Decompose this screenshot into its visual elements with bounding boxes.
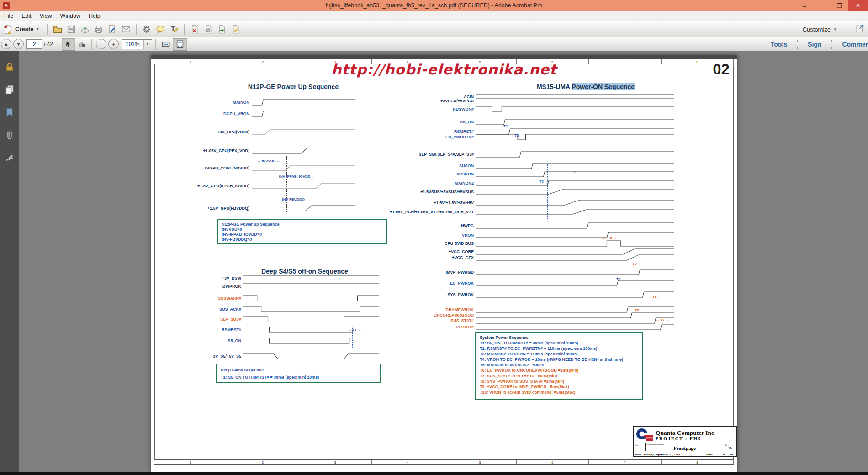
send-email-button[interactable] [119, 23, 133, 36]
signal-label: SLP_S5#,SLP_S4#,SLP_S3# [366, 152, 476, 157]
open-file-button[interactable] [51, 23, 64, 36]
note-line: T2: RSMRST# TO EC_PWRBTN# = 110ms (spec:… [480, 346, 639, 351]
panel-tab-comment[interactable]: Comment [832, 41, 868, 48]
signal-row: +1.5V_GPU(FBVDDQ) [158, 204, 355, 213]
signal-row: SLP_SUS# [175, 315, 379, 324]
date-value: Monday, September 27, 2010 [643, 453, 702, 456]
scrolling-mode-button[interactable] [159, 38, 173, 51]
window-title: fujitsu_lifebook_ah531_quanta_fh5_rev_1a… [0, 2, 868, 9]
signal-row: +1.05V_GPU(PEX_VDD) [158, 146, 355, 155]
project-value: FH5 [690, 436, 701, 441]
signal-label: PLTRST# [366, 325, 476, 329]
bookmarks-icon[interactable] [4, 107, 15, 120]
zoom-level-value: 101% [122, 41, 143, 48]
chevron-down-icon: ▼ [36, 27, 39, 31]
menu-item-window[interactable]: Window [56, 13, 85, 19]
menu-item-file[interactable]: File [0, 13, 17, 19]
edit-sign-button[interactable] [106, 23, 119, 36]
sticky-note-button[interactable] [153, 23, 167, 36]
zoom-level-select[interactable]: 101% ▼ [122, 39, 152, 49]
create-button[interactable]: Create ▼ [0, 23, 44, 36]
share-upload-button[interactable] [78, 23, 92, 36]
signatures-icon[interactable] [4, 153, 15, 165]
zoom-out-button[interactable]: − [96, 39, 106, 49]
ruler-number: 3 [299, 460, 372, 464]
next-page-button[interactable]: ▼ [13, 39, 24, 49]
signal-row: IMVP_PWRGD [366, 268, 674, 277]
page-thumbnails-icon[interactable] [4, 84, 15, 97]
schematic-ruler-bottom: 12345678 [154, 459, 734, 465]
signal-waveform [252, 109, 355, 118]
close-button[interactable]: ✕ [848, 0, 868, 11]
highlight-text-button[interactable] [167, 23, 181, 36]
signal-waveform [476, 132, 674, 142]
create-pdf-icon [3, 24, 13, 34]
signal-label: +3V_S5/+5V_S5 [175, 354, 243, 359]
timing-annotation: → T5 ← [535, 179, 548, 184]
signal-row: CPU SVID BUS [366, 239, 674, 248]
select-tool-button[interactable] [62, 38, 75, 51]
pdf-page-canvas[interactable]: 12345678 12345678 http://hobi-elektronik… [151, 55, 737, 472]
signal-label: NBSWON# [366, 107, 476, 111]
signal-waveform [243, 294, 379, 303]
panel-tab-tools[interactable]: Tools [761, 41, 797, 48]
signal-label: +3VPCU/+5VPCU [366, 99, 476, 103]
attachments-icon[interactable] [4, 130, 15, 142]
menu-bar: FileEditViewWindowHelp [0, 11, 868, 21]
timing-annotation: → T9 ← [628, 262, 641, 266]
menu-item-help[interactable]: Help [85, 13, 105, 19]
share-corner-icon[interactable] [854, 23, 865, 36]
project-label: PROJECT [656, 436, 683, 441]
doc-export-button[interactable] [215, 23, 229, 36]
minimize-button[interactable]: – [813, 2, 831, 9]
doc-restrict-button[interactable] [201, 23, 215, 36]
hand-tool-button[interactable] [75, 38, 88, 51]
previous-page-button[interactable]: ▲ [1, 39, 11, 49]
signal-label: +3V_GPU(VDD3) [158, 130, 252, 134]
signal-row: SLP_S5#,SLP_S4#,SLP_S3# [366, 150, 674, 159]
page-number-input[interactable] [26, 39, 42, 49]
menu-item-edit[interactable]: Edit [17, 13, 36, 19]
customize-button[interactable]: Customize [803, 26, 831, 33]
sheet-number-label: 02 [709, 61, 733, 78]
panel-tab-sign[interactable]: Sign [798, 41, 831, 48]
timing-annotation: → T7 ← [656, 318, 669, 322]
signal-waveform [476, 96, 674, 106]
restore-button[interactable]: ❐ [831, 2, 848, 9]
zoom-in-button[interactable]: ＋ [108, 39, 119, 49]
save-file-button[interactable] [64, 23, 78, 36]
signal-waveform [243, 282, 379, 291]
signal-label: +1.5V_GPU(FBVDDQ) [158, 206, 252, 211]
doc-delete-button[interactable] [188, 23, 201, 36]
signal-row: SUSWARN# [175, 294, 379, 303]
security-lock-icon[interactable] [4, 61, 15, 74]
document-number-label: Document Number [646, 443, 664, 446]
sheet-label: Sheet [706, 453, 713, 456]
signal-label: VRON [366, 233, 476, 238]
note-line: System Power Sequence [480, 335, 639, 340]
signal-label: MAINON [366, 172, 476, 176]
of-label: of [723, 453, 725, 456]
notes-box-ms15-uma: System Power SequenceT1: S5_ON TO RSMRST… [475, 332, 643, 400]
signal-row: +VCC_GFX [366, 253, 674, 262]
signal-label: +3V_DSW [175, 276, 243, 280]
page-count-label: / 42 [44, 41, 53, 48]
title-block: Quanta Computer Inc. PROJECT : FH5 Size … [633, 426, 737, 457]
timing-annotation: → T2 ← [510, 133, 524, 137]
preferences-gear-button[interactable] [140, 23, 153, 36]
doc-sign-button[interactable] [229, 23, 243, 36]
ruler-number: 1 [154, 460, 227, 464]
fit-one-page-button[interactable] [173, 38, 187, 51]
print-button[interactable] [92, 23, 106, 36]
signal-waveform [243, 352, 379, 361]
note-line: T10: VRON to accept SVID command. =5ms(M… [480, 390, 639, 395]
signal-row: NBSWON# [366, 105, 674, 114]
timing-annotation: → T10 ← [601, 236, 617, 240]
fit-window-icon[interactable]: ↔ [796, 2, 813, 9]
signal-row: SYS_PWROK [366, 290, 674, 299]
signal-waveform [252, 204, 355, 213]
signal-row: SUS_ACK# [175, 305, 379, 314]
signal-row: DWPROK [175, 282, 379, 291]
signal-waveform [476, 179, 674, 188]
menu-item-view[interactable]: View [36, 13, 56, 19]
